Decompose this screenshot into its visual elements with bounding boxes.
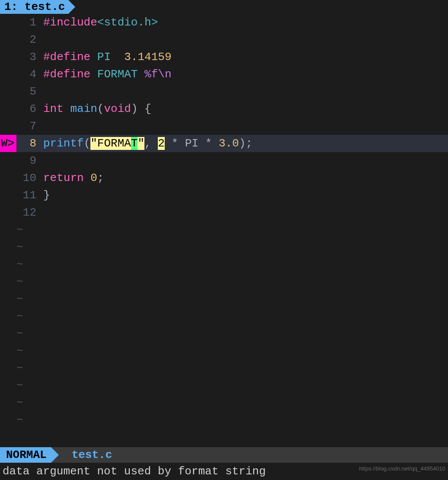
code: #define PI 3.14159: [43, 48, 448, 66]
empty-line-tilde: ~: [0, 238, 448, 256]
line-number: 7: [16, 118, 43, 135]
code: return 0;: [43, 169, 448, 187]
sign-column: [0, 66, 16, 83]
tab-bar: 1: test.c: [0, 0, 448, 14]
line-number: 10: [16, 169, 43, 187]
empty-line-tilde: ~: [0, 256, 448, 273]
sign-column: [0, 187, 16, 204]
empty-line-tilde: ~: [0, 290, 448, 308]
empty-line-tilde: ~: [0, 359, 448, 377]
empty-line-tilde: ~: [0, 394, 448, 411]
sign-column: [0, 152, 16, 169]
code-line: 2: [0, 31, 448, 48]
line-number: 12: [16, 204, 43, 221]
code-line: 9: [0, 152, 448, 169]
code-line: 3 #define PI 3.14159: [0, 48, 448, 66]
code: #include<stdio.h>: [43, 14, 448, 31]
warning-sign[interactable]: W>: [0, 135, 16, 152]
code-line: 1 #include<stdio.h>: [0, 14, 448, 31]
line-number: 1: [16, 14, 43, 31]
sign-column: [0, 100, 16, 118]
sign-column: [0, 204, 16, 221]
sign-column: [0, 31, 16, 48]
line-number: 4: [16, 66, 43, 83]
line-number-current: 8: [16, 135, 43, 152]
sign-column: [0, 83, 16, 100]
code-line: 4 #define FORMAT %f\n: [0, 66, 448, 83]
code: }: [43, 187, 448, 204]
code-line: 6 int main(void) {: [0, 100, 448, 118]
status-filename: test.c: [51, 447, 112, 463]
line-number: 5: [16, 83, 43, 100]
sign-column: [0, 14, 16, 31]
empty-line-tilde: ~: [0, 325, 448, 342]
code: #define FORMAT %f\n: [43, 66, 448, 83]
watermark: https://blog.csdn.net/qq_44954010: [359, 460, 446, 477]
sign-column: [0, 118, 16, 135]
sign-column: [0, 169, 16, 187]
code-line: 11 }: [0, 187, 448, 204]
empty-line-tilde: ~: [0, 377, 448, 394]
code-line-current: W> 8 printf("FORMAT", 2 * PI * 3.0);: [0, 135, 448, 152]
empty-line-tilde: ~: [0, 308, 448, 325]
sign-column: [0, 48, 16, 66]
tab-active[interactable]: 1: test.c: [0, 0, 68, 14]
line-number: 9: [16, 152, 43, 169]
empty-line-tilde: ~: [0, 273, 448, 290]
mode-indicator: NORMAL: [0, 447, 51, 463]
code-line: 5: [0, 83, 448, 100]
code-line: 10 return 0;: [0, 169, 448, 187]
code-line: 12: [0, 204, 448, 221]
empty-line-tilde: ~: [0, 221, 448, 238]
cursor: T: [131, 137, 138, 150]
code-line: 7: [0, 118, 448, 135]
line-number: 11: [16, 187, 43, 204]
tab-filename: test.c: [25, 0, 65, 16]
editor-area[interactable]: 1 #include<stdio.h> 2 3 #define PI 3.141…: [0, 14, 448, 429]
empty-line-tilde: ~: [0, 342, 448, 359]
code: printf("FORMAT", 2 * PI * 3.0);: [43, 135, 448, 152]
line-number: 6: [16, 100, 43, 118]
line-number: 2: [16, 31, 43, 48]
empty-line-tilde: ~: [0, 411, 448, 429]
code: int main(void) {: [43, 100, 448, 118]
line-number: 3: [16, 48, 43, 66]
tab-index: 1:: [4, 0, 18, 16]
